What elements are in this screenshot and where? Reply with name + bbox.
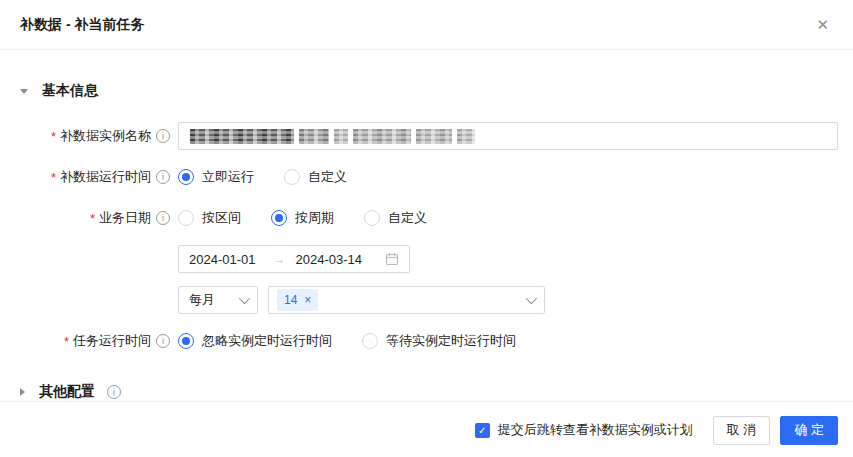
required-asterisk: * bbox=[51, 170, 56, 185]
redacted-value bbox=[190, 129, 475, 144]
instance-name-input[interactable] bbox=[178, 122, 838, 150]
cycle-days-multiselect[interactable]: 14 × bbox=[268, 286, 545, 314]
caret-down-icon bbox=[20, 89, 28, 94]
dialog-footer: ✓ 提交后跳转查看补数据实例或计划 取 消 确 定 bbox=[0, 401, 853, 457]
row-task-run-time: * 任务运行时间 i 忽略实例定时运行时间 等待实例定时运行时间 bbox=[20, 327, 838, 355]
business-date-radio-group: 按区间 按周期 自定义 bbox=[178, 209, 838, 227]
section-other-config-toggle[interactable]: 其他配置 i bbox=[20, 383, 838, 401]
date-range-picker[interactable]: 2024-01-01 → 2024-03-14 bbox=[178, 245, 410, 273]
dialog-header: 补数据 - 补当前任务 ✕ bbox=[0, 0, 853, 50]
calendar-icon[interactable] bbox=[385, 252, 399, 266]
task-run-time-radio-group: 忽略实例定时运行时间 等待实例定时运行时间 bbox=[178, 332, 838, 350]
date-range-row: 2024-01-01 → 2024-03-14 bbox=[178, 245, 838, 273]
required-asterisk: * bbox=[90, 211, 95, 226]
radio-run-custom[interactable]: 自定义 bbox=[284, 168, 347, 186]
radio-icon[interactable] bbox=[178, 333, 194, 349]
row-run-time: * 补数据运行时间 i 立即运行 自定义 bbox=[20, 163, 838, 191]
chevron-down-icon bbox=[526, 293, 537, 304]
row-instance-name: * 补数据实例名称 i bbox=[20, 122, 838, 150]
required-asterisk: * bbox=[64, 334, 69, 349]
cycle-select-row: 每月 14 × bbox=[178, 286, 838, 314]
confirm-button[interactable]: 确 定 bbox=[780, 416, 838, 445]
required-asterisk: * bbox=[51, 129, 56, 144]
caret-right-icon bbox=[20, 388, 25, 396]
radio-icon[interactable] bbox=[178, 169, 194, 185]
radio-icon[interactable] bbox=[364, 210, 380, 226]
info-icon[interactable]: i bbox=[156, 211, 170, 225]
info-icon[interactable]: i bbox=[107, 385, 121, 399]
business-date-label: * 业务日期 i bbox=[20, 209, 170, 227]
info-icon[interactable]: i bbox=[156, 334, 170, 348]
tag-close-icon[interactable]: × bbox=[304, 293, 311, 307]
radio-date-custom[interactable]: 自定义 bbox=[364, 209, 427, 227]
cancel-button[interactable]: 取 消 bbox=[713, 416, 771, 445]
radio-icon[interactable] bbox=[271, 210, 287, 226]
radio-run-immediately[interactable]: 立即运行 bbox=[178, 168, 254, 186]
run-time-label: * 补数据运行时间 i bbox=[20, 168, 170, 186]
radio-icon[interactable] bbox=[362, 333, 378, 349]
radio-icon[interactable] bbox=[178, 210, 194, 226]
chevron-down-icon bbox=[239, 293, 250, 304]
checkbox-checked-icon[interactable]: ✓ bbox=[475, 423, 490, 438]
info-icon[interactable]: i bbox=[156, 170, 170, 184]
section-basic-info-toggle[interactable]: 基本信息 bbox=[20, 82, 838, 100]
radio-by-cycle[interactable]: 按周期 bbox=[271, 209, 334, 227]
section-basic-info-title: 基本信息 bbox=[42, 82, 98, 100]
selected-day-tag: 14 × bbox=[277, 289, 318, 311]
dialog-body: 基本信息 * 补数据实例名称 i * 补数据运行时间 i bbox=[0, 50, 853, 401]
radio-icon[interactable] bbox=[284, 169, 300, 185]
backfill-data-dialog: 补数据 - 补当前任务 ✕ 基本信息 * 补数据实例名称 i bbox=[0, 0, 853, 457]
range-end-date[interactable]: 2024-03-14 bbox=[296, 252, 363, 267]
jump-after-submit-checkbox[interactable]: ✓ 提交后跳转查看补数据实例或计划 bbox=[475, 421, 693, 439]
radio-by-range[interactable]: 按区间 bbox=[178, 209, 241, 227]
section-other-config-title: 其他配置 bbox=[39, 383, 95, 401]
task-run-time-label: * 任务运行时间 i bbox=[20, 332, 170, 350]
run-time-radio-group: 立即运行 自定义 bbox=[178, 168, 838, 186]
radio-wait-scheduled-time[interactable]: 等待实例定时运行时间 bbox=[362, 332, 516, 350]
dialog-title: 补数据 - 补当前任务 bbox=[20, 16, 144, 34]
close-icon[interactable]: ✕ bbox=[812, 13, 833, 36]
checkbox-label: 提交后跳转查看补数据实例或计划 bbox=[498, 421, 693, 439]
range-start-date[interactable]: 2024-01-01 bbox=[189, 252, 256, 267]
cycle-unit-select[interactable]: 每月 bbox=[178, 286, 258, 314]
cycle-unit-value: 每月 bbox=[189, 291, 215, 309]
range-arrow-icon: → bbox=[274, 252, 286, 266]
info-icon[interactable]: i bbox=[156, 129, 170, 143]
radio-ignore-scheduled-time[interactable]: 忽略实例定时运行时间 bbox=[178, 332, 332, 350]
row-business-date: * 业务日期 i 按区间 按周期 自定义 bbox=[20, 204, 838, 232]
instance-name-label: * 补数据实例名称 i bbox=[20, 127, 170, 145]
